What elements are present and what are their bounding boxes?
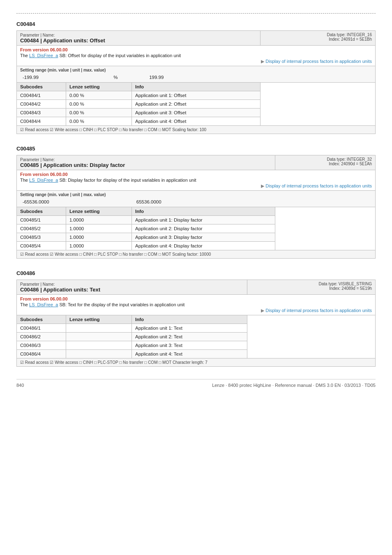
version-description: The LS_DisFree_a SB: Text for the displa… bbox=[20, 302, 372, 307]
col-header-lenze: Lenze setting bbox=[66, 315, 132, 324]
section-label-c00485: C00485 bbox=[16, 146, 376, 152]
info-cell: Application unit 2: Text bbox=[132, 333, 247, 341]
version-row: From version 06.00.00The LS_DisFree_a SB… bbox=[17, 46, 376, 66]
version-description: The LS_DisFree_a SB: Display factor for … bbox=[20, 178, 372, 183]
param-full-name: C00484 | Application units: Offset bbox=[20, 37, 257, 44]
col-header-subcodes: Subcodes bbox=[17, 207, 66, 216]
col-header-lenze: Lenze setting bbox=[66, 207, 132, 216]
param-footer: ☑ Read access ☑ Write access □ CINH □ PL… bbox=[17, 250, 376, 259]
ls-link[interactable]: LS_DisFree_a bbox=[29, 53, 58, 58]
display-link[interactable]: Display of internal process factors in a… bbox=[261, 59, 372, 64]
lenze-setting-cell: 1.0000 bbox=[66, 224, 132, 233]
table-row: C00486/4Application unit 4: Text bbox=[17, 350, 376, 358]
version-label: From version 06.00.00 bbox=[20, 172, 68, 177]
version-row: From version 06.00.00The LS_DisFree_a SB… bbox=[17, 170, 376, 191]
param-block-c00486: Parameter | Name:C00486 | Application un… bbox=[16, 280, 376, 367]
table-row: C00486/3Application unit 3: Text bbox=[17, 341, 376, 350]
param-name-cell: Parameter | Name:C00486 | Application un… bbox=[17, 280, 247, 295]
param-full-name: C00485 | Application units: Display fact… bbox=[20, 162, 272, 168]
ls-link[interactable]: LS_DisFree_a bbox=[29, 302, 58, 307]
subcode-cell: C00484/1 bbox=[17, 91, 66, 100]
setting-range-row: Setting range (min. value | unit | max. … bbox=[17, 191, 376, 207]
page-footer: 840Lenze · 8400 protec HighLine · Refere… bbox=[16, 379, 376, 388]
setting-max: 65536.0000 bbox=[135, 199, 231, 204]
info-cell: Application unit 4: Text bbox=[132, 350, 247, 358]
info-cell: Application unit 2: Offset bbox=[132, 100, 261, 109]
setting-range-label: Setting range (min. value | unit | max. … bbox=[20, 68, 372, 72]
col-header-subcodes: Subcodes bbox=[17, 315, 66, 324]
param-name-label: Parameter | Name: bbox=[20, 33, 55, 37]
footer-page-number: 840 bbox=[16, 383, 24, 388]
lenze-setting-cell: 0.00 % bbox=[66, 91, 132, 100]
lenze-setting-cell bbox=[66, 324, 132, 333]
table-row: C00484/10.00 %Application unit 1: Offset bbox=[17, 91, 376, 100]
subcode-cell: C00485/1 bbox=[17, 216, 66, 224]
subcode-cell: C00486/2 bbox=[17, 333, 66, 341]
subcode-cell: C00486/1 bbox=[17, 324, 66, 333]
col-header-lenze: Lenze setting bbox=[66, 83, 132, 91]
col-header-info: Info bbox=[132, 83, 261, 91]
table-row: C00484/20.00 %Application unit 2: Offset bbox=[17, 100, 376, 109]
setting-min: -199.99 bbox=[21, 75, 111, 80]
version-label: From version 06.00.00 bbox=[20, 296, 68, 301]
param-name-label: Parameter | Name: bbox=[20, 282, 55, 287]
setting-max: 199.99 bbox=[148, 75, 230, 80]
param-table-c00486: Parameter | Name:C00486 | Application un… bbox=[16, 280, 376, 367]
subcode-cell: C00484/2 bbox=[17, 100, 66, 109]
param-footer: ☑ Read access ☑ Write access □ CINH □ PL… bbox=[17, 126, 376, 134]
setting-unit bbox=[123, 199, 134, 204]
subcode-cell: C00484/3 bbox=[17, 109, 66, 117]
table-row: C00485/31.0000Application unit 3: Displa… bbox=[17, 233, 376, 242]
param-name-cell: Parameter | Name:C00485 | Application un… bbox=[17, 155, 275, 170]
lenze-setting-cell: 0.00 % bbox=[66, 117, 132, 126]
version-label: From version 06.00.00 bbox=[20, 47, 68, 52]
ls-link[interactable]: LS_DisFree_a bbox=[29, 178, 58, 183]
info-cell: Application unit 4: Display factor bbox=[132, 242, 275, 250]
setting-unit: % bbox=[112, 75, 147, 80]
info-cell: Application unit 1: Offset bbox=[132, 91, 261, 100]
display-link[interactable]: Display of internal process factors in a… bbox=[261, 183, 372, 188]
lenze-setting-cell: 1.0000 bbox=[66, 242, 132, 250]
subcode-cell: C00485/3 bbox=[17, 233, 66, 242]
param-block-c00485: Parameter | Name:C00485 | Application un… bbox=[16, 155, 376, 259]
version-description: The LS_DisFree_a SB: Offset for display … bbox=[20, 53, 372, 58]
lenze-setting-cell: 0.00 % bbox=[66, 100, 132, 109]
col-header-info: Info bbox=[132, 315, 247, 324]
info-cell: Application unit 3: Display factor bbox=[132, 233, 275, 242]
setting-range-row: Setting range (min. value | unit | max. … bbox=[17, 66, 376, 83]
subcode-cell: C00485/4 bbox=[17, 242, 66, 250]
subcode-cell: C00486/4 bbox=[17, 350, 66, 358]
subcode-cell: C00486/3 bbox=[17, 341, 66, 350]
table-row: C00485/41.0000Application unit 4: Displa… bbox=[17, 242, 376, 250]
table-row: C00486/1Application unit 1: Text bbox=[17, 324, 376, 333]
info-cell: Application unit 1: Text bbox=[132, 324, 247, 333]
param-data-type: Data type: VISIBLE_STRINGIndex: 24089d =… bbox=[247, 280, 375, 295]
version-row: From version 06.00.00The LS_DisFree_a SB… bbox=[17, 295, 376, 315]
lenze-setting-cell bbox=[66, 333, 132, 341]
section-label-c00484: C00484 bbox=[16, 21, 376, 27]
param-full-name: C00486 | Application units: Text bbox=[20, 287, 244, 293]
col-header-info: Info bbox=[132, 207, 275, 216]
section-divider bbox=[16, 13, 376, 14]
param-data-type: Data type: INTEGER_16Index: 24091d = 5E1… bbox=[261, 31, 376, 46]
info-cell: Application unit 3: Offset bbox=[132, 109, 261, 117]
table-row: C00484/40.00 %Application unit 4: Offset bbox=[17, 117, 376, 126]
display-link[interactable]: Display of internal process factors in a… bbox=[261, 308, 372, 313]
param-block-c00484: Parameter | Name:C00484 | Application un… bbox=[16, 30, 376, 134]
table-row: C00486/2Application unit 2: Text bbox=[17, 333, 376, 341]
subcode-cell: C00485/2 bbox=[17, 224, 66, 233]
setting-range-values: -65536.000065536.0000 bbox=[20, 199, 231, 205]
setting-range-values: -199.99%199.99 bbox=[20, 74, 231, 81]
table-row: C00485/21.0000Application unit 2: Displa… bbox=[17, 224, 376, 233]
info-cell: Application unit 1: Display factor bbox=[132, 216, 275, 224]
param-name-label: Parameter | Name: bbox=[20, 157, 55, 162]
info-cell: Application unit 2: Display factor bbox=[132, 224, 275, 233]
lenze-setting-cell: 1.0000 bbox=[66, 233, 132, 242]
info-cell: Application unit 3: Text bbox=[132, 341, 247, 350]
param-table-c00484: Parameter | Name:C00484 | Application un… bbox=[16, 30, 376, 134]
lenze-setting-cell bbox=[66, 341, 132, 350]
lenze-setting-cell bbox=[66, 350, 132, 358]
param-table-c00485: Parameter | Name:C00485 | Application un… bbox=[16, 155, 376, 259]
col-header-subcodes: Subcodes bbox=[17, 83, 66, 91]
footer-copyright: Lenze · 8400 protec HighLine · Reference… bbox=[212, 383, 376, 388]
